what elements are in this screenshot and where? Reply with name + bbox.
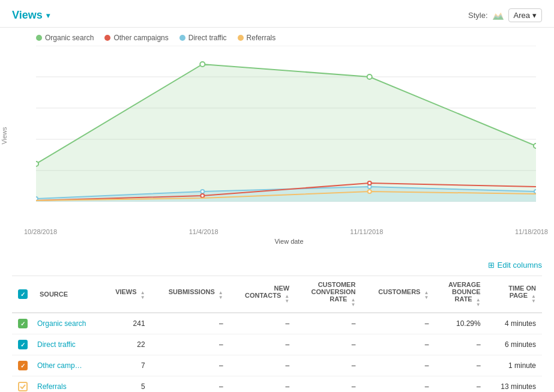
bounce-referrals: –	[435, 376, 486, 393]
col-time-on-page[interactable]: TIME ONPAGE ▲▼	[487, 276, 542, 313]
header-checkbox-col: ✓	[12, 276, 34, 313]
area-button[interactable]: Area ▾	[508, 8, 542, 22]
edit-columns-icon: ⊞	[488, 261, 495, 270]
svg-point-25	[200, 194, 204, 198]
x-label-3: 11/18/2018	[515, 228, 548, 235]
top-bar: Views ▾ Style: Area ▾	[0, 0, 554, 28]
views-label: Views	[12, 9, 43, 22]
x-label-1: 11/4/2018	[189, 228, 218, 235]
legend-direct[interactable]: Direct traffic	[179, 34, 227, 42]
chart-legend: Organic search Other campaigns Direct tr…	[0, 28, 554, 46]
row-checkbox-organic[interactable]: ✓	[12, 313, 34, 334]
svg-point-22	[200, 190, 204, 193]
svg-point-27	[368, 190, 372, 193]
svg-point-16	[36, 161, 38, 166]
organic-dot	[36, 35, 42, 41]
svg-point-26	[368, 181, 372, 185]
new-contacts-organic: –	[229, 313, 296, 334]
svg-point-17	[200, 62, 205, 67]
table-header-row: ✓ SOURCE VIEWS ▲▼ SUBMISSIONS ▲▼	[12, 276, 542, 313]
chart-svg: 125 100 75 50 25 0	[36, 46, 536, 226]
x-axis: 10/28/2018 11/4/2018 11/11/2018 11/18/20…	[24, 226, 548, 235]
area-label: Area	[514, 11, 530, 20]
direct-dot	[179, 35, 185, 41]
referrals-checkbox[interactable]	[18, 382, 28, 391]
main-chart-svg: 125 100 75 50 25 0	[36, 46, 536, 202]
col-views[interactable]: VIEWS ▲▼	[102, 276, 151, 313]
views-title[interactable]: Views ▾	[12, 9, 50, 22]
time-referrals: 13 minutes	[487, 376, 542, 393]
bounce-sort: ▲▼	[476, 298, 481, 307]
x-label-2: 11/11/2018	[350, 228, 383, 235]
col-submissions[interactable]: SUBMISSIONS ▲▼	[151, 276, 229, 313]
time-direct: 6 minutes	[487, 334, 542, 355]
svg-point-18	[367, 74, 372, 79]
table-section: ⊞ Edit columns ✓ SOURCE VIEWS ▲▼	[0, 257, 554, 392]
new-contacts-other: –	[229, 355, 296, 376]
x-axis-title: View date	[24, 238, 554, 245]
ccr-organic: –	[295, 313, 361, 334]
col-customers[interactable]: CUSTOMERS ▲▼	[361, 276, 435, 313]
new-contacts-referrals: –	[229, 376, 296, 393]
table-row: ✓ Other camp… 7 – – – – – 1 minute	[12, 355, 542, 376]
ccr-other: –	[295, 355, 361, 376]
legend-organic[interactable]: Organic search	[36, 34, 94, 42]
customers-direct: –	[361, 334, 435, 355]
ccr-referrals: –	[295, 376, 361, 393]
style-label: Style:	[468, 11, 488, 20]
customers-other: –	[361, 355, 435, 376]
views-sort: ▲▼	[140, 291, 145, 300]
source-other[interactable]: Other camp…	[34, 355, 102, 376]
legend-other-campaigns[interactable]: Other campaigns	[104, 34, 168, 42]
style-area: Style: Area ▾	[468, 8, 542, 22]
referrals-label: Referrals	[247, 34, 276, 42]
area-style-icon	[493, 11, 504, 20]
chart-container: Views 125 100 75 50 25 0	[0, 46, 554, 226]
time-sort: ▲▼	[531, 294, 536, 304]
col-ccr[interactable]: CUSTOMERCONVERSIONRATE ▲▼	[295, 276, 361, 313]
customers-organic: –	[361, 313, 435, 334]
other-campaigns-label: Other campaigns	[113, 34, 168, 42]
submissions-direct: –	[151, 334, 229, 355]
views-organic: 241	[102, 313, 151, 334]
views-referrals: 5	[102, 376, 151, 393]
legend-referrals[interactable]: Referrals	[238, 34, 276, 42]
ccr-direct: –	[295, 334, 361, 355]
svg-point-24	[534, 190, 536, 193]
row-checkbox-other[interactable]: ✓	[12, 355, 34, 376]
edit-columns-bar: ⊞ Edit columns	[12, 257, 542, 273]
customers-sort: ▲▼	[424, 291, 429, 300]
views-caret: ▾	[46, 11, 50, 20]
edit-columns-button[interactable]: ⊞ Edit columns	[488, 261, 542, 270]
submissions-referrals: –	[151, 376, 229, 393]
col-new-contacts[interactable]: NEWCONTACTS ▲▼	[229, 276, 296, 313]
ccr-sort: ▲▼	[351, 298, 355, 307]
time-other: 1 minute	[487, 355, 542, 376]
y-axis-label: Views	[1, 127, 8, 144]
chart-inner: Views 125 100 75 50 25 0	[12, 46, 542, 226]
other-campaigns-dot	[104, 35, 110, 41]
source-referrals[interactable]: Referrals	[34, 376, 102, 393]
select-all-checkbox[interactable]: ✓	[18, 289, 28, 299]
col-source: SOURCE	[34, 276, 102, 313]
organic-label: Organic search	[45, 34, 94, 42]
svg-marker-15	[36, 64, 536, 202]
submissions-sort: ▲▼	[218, 291, 223, 300]
row-checkbox-referrals[interactable]	[12, 376, 34, 393]
row-checkbox-direct[interactable]: ✓	[12, 334, 34, 355]
source-direct[interactable]: Direct traffic	[34, 334, 102, 355]
new-contacts-sort: ▲▼	[285, 294, 289, 304]
table-row: ✓ Direct traffic 22 – – – – – 6 minutes	[12, 334, 542, 355]
time-organic: 4 minutes	[487, 313, 542, 334]
views-direct: 22	[102, 334, 151, 355]
col-bounce-rate[interactable]: AVERAGEBOUNCERATE ▲▼	[435, 276, 486, 313]
referrals-dot	[238, 35, 244, 41]
table-row: ✓ Organic search 241 – – – – 10.29% 4 mi…	[12, 313, 542, 334]
submissions-other: –	[151, 355, 229, 376]
data-table: ✓ SOURCE VIEWS ▲▼ SUBMISSIONS ▲▼	[12, 276, 542, 392]
source-organic[interactable]: Organic search	[34, 313, 102, 334]
new-contacts-direct: –	[229, 334, 296, 355]
edit-columns-label: Edit columns	[498, 261, 542, 270]
bounce-direct: –	[435, 334, 486, 355]
referrals-check-icon	[20, 384, 26, 390]
